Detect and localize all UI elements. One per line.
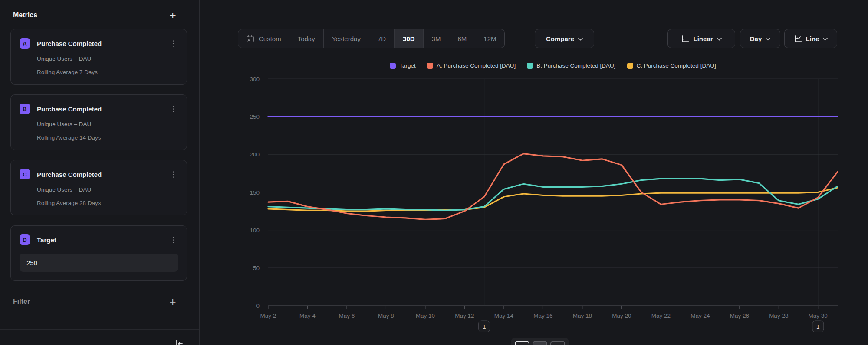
metric-measurement: Unique Users – DAU — [37, 186, 178, 193]
y-axis-label: 50 — [253, 265, 260, 271]
x-axis-label: May 4 — [299, 312, 316, 319]
y-axis-label: 200 — [250, 151, 260, 158]
x-axis-label: May 6 — [339, 312, 355, 319]
target-title: Target — [37, 236, 56, 244]
metric-title: Purchase Completed — [37, 40, 102, 47]
metric-rolling-average: Rolling Average 7 Days — [37, 69, 178, 75]
kebab-menu-icon[interactable] — [171, 236, 176, 244]
metrics-sidebar: Metrics + A Purchase Completed Unique Us… — [0, 0, 200, 345]
x-axis-label: May 14 — [494, 312, 514, 319]
y-axis-label: 0 — [256, 303, 260, 309]
metric-rolling-average: Rolling Average 14 Days — [37, 134, 178, 141]
chart-layout-toggles — [511, 338, 569, 345]
target-value-input[interactable]: 250 — [20, 254, 178, 272]
x-axis-label: May 10 — [416, 312, 435, 319]
layout-toggle-split[interactable] — [533, 341, 547, 345]
x-axis-label: May 2 — [260, 312, 276, 319]
x-axis-label: May 22 — [651, 312, 671, 319]
chart-panel: Custom Today Yesterday 7D 30D 3M 6M 12M … — [200, 0, 868, 345]
sidebar-divider — [0, 329, 199, 330]
x-axis-label: May 26 — [730, 312, 749, 319]
metric-rolling-average: Rolling Average 28 Days — [37, 200, 178, 206]
kebab-menu-icon[interactable] — [171, 105, 176, 113]
annotation-badge-label[interactable]: 1 — [816, 323, 820, 330]
y-axis-label: 150 — [250, 189, 260, 196]
metric-badge: B — [20, 104, 30, 114]
sidebar-title: Metrics — [13, 11, 37, 19]
metric-measurement: Unique Users – DAU — [37, 121, 178, 127]
collapse-sidebar-icon[interactable] — [174, 339, 184, 345]
layout-toggle-expanded[interactable] — [515, 341, 529, 345]
metric-badge: C — [20, 169, 30, 179]
add-metric-icon[interactable]: + — [168, 10, 178, 20]
x-axis-label: May 12 — [455, 312, 474, 319]
series-line-b — [268, 179, 838, 210]
metric-title: Purchase Completed — [37, 105, 102, 113]
target-card[interactable]: D Target 250 — [10, 225, 187, 281]
metric-card-c[interactable]: C Purchase Completed Unique Users – DAU … — [10, 160, 187, 215]
x-axis-label: May 16 — [533, 312, 552, 319]
x-axis-label: May 8 — [378, 312, 394, 319]
kebab-menu-icon[interactable] — [171, 170, 176, 179]
add-filter-icon[interactable]: + — [168, 297, 178, 306]
y-axis-label: 300 — [250, 76, 260, 82]
annotation-badge-label[interactable]: 1 — [483, 323, 486, 330]
metric-badge: D — [20, 234, 30, 245]
x-axis-label: May 20 — [612, 312, 631, 319]
kebab-menu-icon[interactable] — [171, 39, 176, 48]
filter-title: Filter — [13, 298, 30, 306]
metric-badge: A — [20, 38, 30, 49]
metric-title: Purchase Completed — [37, 171, 102, 178]
metric-card-b[interactable]: B Purchase Completed Unique Users – DAU … — [10, 94, 187, 150]
y-axis-label: 250 — [250, 114, 260, 120]
layout-toggle-compact[interactable] — [550, 341, 565, 345]
sidebar-header: Metrics + — [0, 0, 199, 20]
x-axis-label: May 24 — [690, 312, 710, 319]
filter-section: Filter + — [0, 291, 199, 306]
series-line-c — [268, 188, 838, 211]
x-axis-label: May 28 — [769, 312, 788, 319]
y-axis-label: 100 — [250, 227, 260, 234]
x-axis-label: May 30 — [809, 312, 828, 319]
metric-measurement: Unique Users – DAU — [37, 55, 178, 62]
chart-canvas: 050100150200250300May 2May 4May 6May 8Ma… — [200, 0, 868, 345]
x-axis-label: May 18 — [573, 312, 592, 319]
metric-card-a[interactable]: A Purchase Completed Unique Users – DAU … — [10, 29, 187, 85]
